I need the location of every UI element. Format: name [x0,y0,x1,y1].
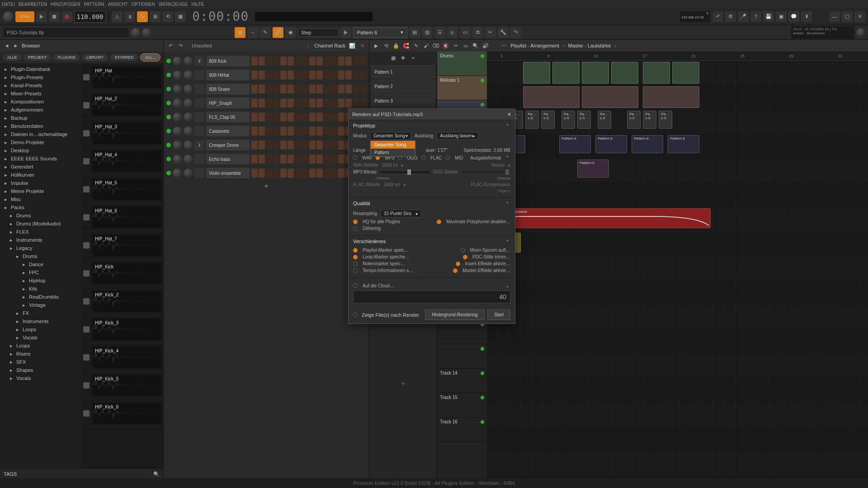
download-button[interactable]: ⬇ [801,11,812,22]
lock-icon[interactable]: 🔒 [393,42,399,49]
m6-radio[interactable] [456,262,460,266]
m5-radio[interactable] [353,262,358,266]
track-header[interactable]: Melodie 1 [437,76,487,100]
dropdown-item-song[interactable]: Gesamter Song [371,141,415,149]
pattern-item[interactable]: Pattern 3 [371,94,435,108]
step-button[interactable] [360,56,366,66]
step-button[interactable] [266,127,272,136]
step-button[interactable] [324,169,330,178]
step-button[interactable] [338,169,344,178]
m3-radio[interactable] [353,255,358,259]
dialog-close-button[interactable]: ✕ [507,112,511,117]
tree-item[interactable]: ▸Drums [0,252,81,260]
step-button[interactable] [280,127,287,136]
channel-name[interactable]: Castanets [206,126,250,136]
m2-radio[interactable] [461,248,465,253]
back-icon[interactable]: ◄ [4,42,10,49]
step-button[interactable] [338,113,344,122]
link-button[interactable]: 🔗 [273,27,283,38]
track-mute-dot[interactable] [481,420,484,424]
move-icon[interactable]: ✥ [400,55,406,61]
dropdown-item-pattern[interactable]: Pattern [371,149,415,156]
tree-item[interactable]: ▸Vocals [0,374,81,382]
playlist-body[interactable]: Pa…n 5 Pa…n 5 Pa…n 5 Pa…n 5 Pa…n 5 Pa…n … [487,61,868,479]
step-button[interactable] [295,127,301,136]
step-button[interactable] [251,169,258,178]
channel-row[interactable]: 808 HiHat [166,68,366,82]
clip-pattern[interactable]: Pa…n 5 [659,111,672,129]
start-button[interactable]: Start [487,310,510,320]
brush-icon[interactable]: 🖌 [423,42,429,49]
speaker-icon[interactable]: 🔊 [482,42,489,49]
step-button[interactable] [324,84,330,94]
tool-button-5[interactable]: 🔧 [498,27,509,38]
clip-drums[interactable] [552,62,580,84]
filename-display[interactable]: PSD-Tutorials.flp [3,27,129,38]
step-button[interactable] [251,141,258,150]
step-button[interactable] [353,70,359,80]
step-button[interactable] [345,84,352,94]
step-button[interactable] [259,56,265,66]
tree-item[interactable]: ▸HipHop [0,277,81,285]
clip-pattern[interactable]: Pa…n 5 [561,111,575,129]
stop-button[interactable] [49,11,60,22]
step-button[interactable] [331,141,337,150]
clip-pattern[interactable]: Pa…n 5 [541,111,555,129]
tree-item[interactable]: ▸Packs [0,203,81,211]
resampling-select[interactable]: 32-Punkt Sinc▸ [381,210,421,217]
menu-pattern[interactable]: PATTERN [84,2,104,7]
mp3-bitrate-slider[interactable] [380,171,429,173]
metronome-button[interactable]: △ [112,11,123,22]
step-button[interactable] [331,70,337,80]
channel-led[interactable] [166,59,171,63]
step-button[interactable] [280,84,287,94]
pan-knob[interactable] [173,141,182,150]
step-button[interactable] [251,113,258,122]
clip-pattern-8[interactable]: Pattern 8 [559,135,591,153]
tool-button-3[interactable]: ⧉ [472,27,483,38]
help-button[interactable]: ? [750,11,761,22]
step-button[interactable] [360,84,366,94]
step-button[interactable] [345,56,352,66]
tool-button-6[interactable]: ↷ [510,27,521,38]
step-button[interactable] [288,169,294,178]
channel-row[interactable]: Castanets [166,124,366,138]
step-button[interactable] [309,56,316,66]
sample-item[interactable]: HIP_Kick_5 [81,371,163,399]
settings-button[interactable]: ⚙ [725,11,736,22]
m1-radio[interactable] [353,248,358,253]
menu-view[interactable]: ANSICHT [108,2,128,7]
step-button[interactable] [288,70,294,80]
add-pattern-button[interactable]: + [369,380,437,388]
vol-knob[interactable] [184,155,193,164]
channel-led[interactable] [166,143,171,147]
mixer-button[interactable]: ⎚ [447,27,458,38]
step-button[interactable] [288,113,294,122]
pan-knob[interactable] [173,84,182,94]
channel-name[interactable]: HIP_Snaph [206,98,250,108]
playlist-button[interactable]: ▤ [409,27,420,38]
step-button[interactable] [331,169,337,178]
channel-name[interactable]: Violin ensemble [206,168,250,178]
step-button[interactable] [273,169,279,178]
step-button[interactable] [288,84,294,94]
visualizer-knob[interactable] [856,28,865,37]
loop-rec-button[interactable]: ⟲ [162,11,173,22]
tab-alle[interactable]: ALLE [3,54,22,61]
step-button[interactable] [338,70,344,80]
mute-icon[interactable]: 🔇 [443,42,449,49]
step-button[interactable] [309,113,316,122]
step-button[interactable] [259,99,265,108]
step-button[interactable] [331,56,337,66]
channel-name[interactable]: FLS_Clap 05 [206,112,250,122]
grid-icon[interactable]: ▦ [390,55,396,61]
tree-item[interactable]: ▸Drums [0,211,81,220]
step-button[interactable] [309,141,316,150]
step-button[interactable] [273,127,279,136]
step-button[interactable] [353,84,359,94]
step-button[interactable] [316,169,323,178]
step-button[interactable] [324,113,330,122]
tree-item[interactable]: ▸FX [0,309,81,317]
step-button[interactable] [338,84,344,94]
channel-row[interactable]: Echo bass [166,152,366,166]
